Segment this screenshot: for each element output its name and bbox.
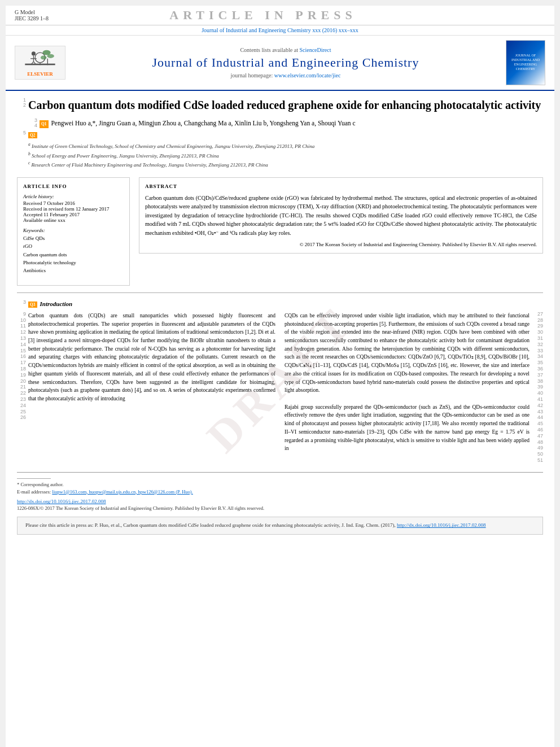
journal-name: Journal of Industrial and Engineering Ch… bbox=[72, 55, 499, 70]
intro-right-text-2: Rajabi group successfully prepared the Q… bbox=[285, 404, 530, 452]
keywords-list: CdSe QDs rGO Carbon quantum dots Photoca… bbox=[23, 234, 124, 275]
aff-2-text: School of Energy and Power Engineering, … bbox=[32, 153, 219, 159]
left-line-nums: 9 10 11 12 13 14 15 16 17 18 19 20 bbox=[17, 312, 26, 421]
rln32: 32 bbox=[532, 342, 543, 347]
ln19: 19 bbox=[17, 373, 26, 378]
email-label: E-mail addresses: bbox=[17, 489, 51, 495]
rln36: 36 bbox=[532, 366, 543, 372]
copyright-text: © 2017 The Korean Society of Industrial … bbox=[145, 242, 537, 247]
kw-3: Carbon quantum dots bbox=[23, 251, 124, 259]
intro-right-content: CQDs can be effectively improved under v… bbox=[285, 312, 543, 463]
model-info: G Model JIEC 3289 1–8 bbox=[15, 9, 49, 21]
received-date: Received 7 October 2016 bbox=[23, 200, 75, 206]
keywords-section: Keywords: CdSe QDs rGO Carbon quantum do… bbox=[23, 228, 124, 275]
rln31: 31 bbox=[532, 336, 543, 341]
thumb-text: JOURNAL OFINDUSTRIAL ANDENGINEERINGCHEMI… bbox=[511, 54, 540, 71]
aff-sup-a: a bbox=[28, 142, 30, 147]
rln39: 39 bbox=[532, 385, 543, 390]
article-title: Carbon quantum dots modified CdSe loaded… bbox=[28, 98, 541, 112]
issn-line: 1226-086X/© 2017 The Korean Society of I… bbox=[17, 505, 543, 511]
elsevier-tree-svg bbox=[20, 49, 60, 71]
intro-header-wrap: Q3 Introduction bbox=[28, 300, 72, 308]
keywords-label: Keywords: bbox=[23, 228, 124, 233]
aff-list: a Institute of Green Chemical Technology… bbox=[28, 141, 314, 169]
rln41: 41 bbox=[532, 397, 543, 402]
rln38: 38 bbox=[532, 379, 543, 384]
aff-sup-b: b bbox=[28, 151, 30, 156]
contents-line: Contents lists available at ScienceDirec… bbox=[72, 47, 499, 53]
ln18: 18 bbox=[17, 366, 26, 372]
rln43: 43 bbox=[532, 409, 543, 414]
rln27: 27 bbox=[532, 312, 543, 317]
homepage-label: journal homepage: bbox=[231, 72, 273, 78]
article-info-col: ARTICLE INFO Article history: Received 7… bbox=[17, 177, 130, 286]
journal-center: Contents lists available at ScienceDirec… bbox=[72, 47, 499, 78]
email-links[interactable]: liupw1@163.com, huopw@mail.ujs.edu.cn, h… bbox=[52, 489, 193, 495]
rln29: 29 bbox=[532, 324, 543, 329]
rln51: 51 bbox=[532, 458, 543, 463]
jiec-label: JIEC 3289 1–8 bbox=[15, 15, 49, 21]
intro-title: Introduction bbox=[40, 300, 72, 307]
ln23: 23 bbox=[17, 397, 26, 402]
q1-marker: Q1 bbox=[40, 120, 49, 128]
rln42: 42 bbox=[532, 403, 543, 408]
rln40: 40 bbox=[532, 391, 543, 396]
aff-3-text: Research Center of Fluid Machinery Engin… bbox=[32, 162, 268, 168]
svg-point-3 bbox=[32, 51, 36, 55]
aff-sup-c: c bbox=[28, 160, 30, 165]
ln13: 13 bbox=[17, 336, 26, 341]
ln14: 14 bbox=[17, 342, 26, 347]
rln50: 50 bbox=[532, 452, 543, 457]
intro-left-text: Carbon quantum dots (CQDs) are small nan… bbox=[28, 312, 275, 421]
line-num-5: 5 bbox=[17, 130, 26, 136]
introduction-section: 3 Q3 Introduction 9 10 11 12 bbox=[17, 300, 543, 463]
abstract-box: ABSTRACT Carbon quantum dots (CQDs)/CdSe… bbox=[139, 177, 543, 254]
ln22: 22 bbox=[17, 391, 26, 396]
history-section: Article history: Received 7 October 2016… bbox=[23, 194, 124, 223]
corresponding-label: * Corresponding author. bbox=[17, 482, 63, 487]
intro-left-content: 9 10 11 12 13 14 15 16 17 18 19 20 bbox=[17, 312, 275, 421]
q2-marker: Q2 bbox=[28, 132, 37, 138]
journal-homepage: journal homepage: www.elsevier.com/locat… bbox=[72, 72, 499, 78]
cite-doi-link[interactable]: http://dx.doi.org/10.1016/j.jiec.2017.02… bbox=[397, 522, 486, 528]
right-line-nums: 27 28 29 30 31 32 33 34 35 36 37 38 bbox=[532, 312, 543, 463]
section-divider bbox=[17, 292, 543, 293]
top-bar: G Model JIEC 3289 1–8 ARTICLE IN PRESS bbox=[6, 6, 554, 25]
abstract-title: ABSTRACT bbox=[145, 184, 537, 189]
ln11: 11 bbox=[17, 324, 26, 329]
rln30: 30 bbox=[532, 330, 543, 335]
authors-section: 3 4 Q1 Pengwei Huo a,*, Jingru Guan a, M… bbox=[17, 118, 543, 128]
sciencedirect-link[interactable]: ScienceDirect bbox=[299, 47, 331, 53]
article-info-box: ARTICLE INFO Article history: Received 7… bbox=[17, 177, 130, 286]
journal-title-bar: Journal of Industrial and Engineering Ch… bbox=[6, 25, 554, 36]
journal-header: ELSEVIER Contents lists available at Sci… bbox=[6, 36, 554, 91]
article-in-press-text: ARTICLE IN PRESS bbox=[169, 8, 356, 22]
kw-1: CdSe QDs bbox=[23, 234, 124, 242]
affiliations-text: Q2 a Institute of Green Chemical Technol… bbox=[28, 130, 314, 172]
homepage-link[interactable]: www.elsevier.com/locate/jiec bbox=[274, 72, 341, 78]
contents-label: Contents lists available at bbox=[240, 47, 298, 53]
rln47: 47 bbox=[532, 434, 543, 439]
page: G Model JIEC 3289 1–8 ARTICLE IN PRESS J… bbox=[6, 6, 554, 747]
abstract-text: Carbon quantum dots (CQDs)/CdSe/reduced … bbox=[145, 194, 537, 238]
kw-5: Antibiotics bbox=[23, 267, 124, 274]
intro-right-text: CQDs can be effectively improved under v… bbox=[285, 312, 530, 463]
email-note: E-mail addresses: liupw1@163.com, huopw@… bbox=[17, 488, 543, 496]
corresponding-note: * Corresponding author. bbox=[17, 481, 543, 488]
ln17: 17 bbox=[17, 360, 26, 365]
doi-link[interactable]: http://dx.doi.org/10.1016/j.jiec.2017.02… bbox=[17, 499, 106, 504]
intro-two-col: 9 10 11 12 13 14 15 16 17 18 19 20 bbox=[17, 312, 543, 463]
footnote-divider bbox=[17, 478, 51, 479]
cite-bar: Please cite this article in press as: P.… bbox=[17, 517, 543, 535]
svg-point-9 bbox=[47, 54, 54, 58]
kw-4: Photocatalytic technology bbox=[23, 259, 124, 267]
rln35: 35 bbox=[532, 360, 543, 365]
ln25: 25 bbox=[17, 409, 26, 414]
line-num-2: 2 bbox=[17, 103, 26, 108]
line-num-4: 4 bbox=[28, 123, 37, 128]
journal-year-line: Journal of Industrial and Engineering Ch… bbox=[202, 27, 358, 33]
ln20: 20 bbox=[17, 379, 26, 384]
affiliations-section: 5 Q2 a Institute of Green Chemical Techn… bbox=[17, 130, 543, 172]
abstract-body: Carbon quantum dots (CQDs)/CdSe/reduced … bbox=[145, 195, 537, 236]
journal-thumbnail: JOURNAL OFINDUSTRIAL ANDENGINEERINGCHEMI… bbox=[506, 40, 545, 85]
